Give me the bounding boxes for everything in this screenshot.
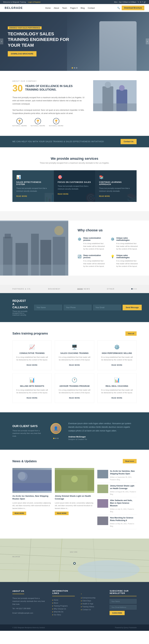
programs-view-all-button[interactable]: View all bbox=[125, 332, 136, 336]
programs-section: Sales training programs View all 📈 Consu… bbox=[0, 322, 149, 412]
news-image-2 bbox=[55, 468, 94, 493]
why-section: Why choose us ⚙️ Deep customization proc… bbox=[0, 211, 149, 285]
news-sidebar-thumb-2 bbox=[97, 484, 108, 493]
nav-team[interactable]: Team bbox=[62, 7, 67, 9]
footer-link-what[interactable]: What We Do bbox=[52, 611, 75, 613]
program-card-1: 📈 Consultative Training It is a long est… bbox=[13, 340, 52, 370]
subscribe-button[interactable]: Subscribe bbox=[110, 611, 125, 615]
news-sidebar-info-4: How Marching for Science Risks Politiciz… bbox=[110, 516, 136, 528]
program-link-1[interactable]: Read more bbox=[27, 364, 38, 366]
footer-link-health[interactable]: Health & Yoga bbox=[81, 603, 103, 605]
footer-email-input[interactable] bbox=[110, 605, 136, 610]
callback-name-input[interactable] bbox=[34, 305, 62, 310]
nav-contact[interactable]: Contact bbox=[88, 7, 95, 9]
footer-about-title: About Us bbox=[13, 590, 24, 594]
client-logo-3: ▦▦▦ NEWS bbox=[77, 288, 90, 290]
search-button[interactable]: 🔍 bbox=[117, 7, 120, 9]
about-image bbox=[93, 80, 136, 111]
news-header: News & Updates Read more bbox=[13, 459, 136, 463]
clients-dot-3[interactable] bbox=[135, 288, 136, 290]
news-sidebar: As Arctic Ice Vanishes, New Shipping Rou… bbox=[97, 468, 136, 529]
clients-dot-2[interactable] bbox=[133, 288, 134, 290]
hero-dot-1[interactable] bbox=[72, 67, 73, 68]
svg-point-2 bbox=[105, 82, 111, 88]
footer-link-training[interactable]: Training Programs bbox=[52, 605, 75, 607]
news-read-more-button[interactable]: Read more bbox=[123, 459, 136, 463]
hero-badge: Enhance Your Sales Performance bbox=[8, 26, 42, 29]
news-sidebar-item-4: How Marching for Science Risks Politiciz… bbox=[97, 515, 136, 530]
program-card-6: 📊 Real Deal Coaching It is a long establ… bbox=[97, 373, 136, 403]
hero-section: ‹ Enhance Your Sales Performance Technol… bbox=[0, 12, 149, 71]
news-sidebar-date-1: Written on September 08, 2021, Posted in… bbox=[110, 476, 132, 480]
why-item-title-2: Unique sales methodologies bbox=[116, 237, 140, 241]
svg-rect-22 bbox=[97, 470, 108, 478]
hero-dot-2[interactable] bbox=[74, 67, 75, 68]
footer-link-about[interactable]: About bbox=[52, 602, 75, 604]
callback-send-button[interactable]: Send Message bbox=[123, 305, 142, 310]
program-link-3[interactable]: Read more bbox=[111, 364, 122, 366]
service-link-3[interactable]: Read More bbox=[99, 196, 110, 197]
hero-content: Enhance Your Sales Performance Technolog… bbox=[0, 17, 78, 66]
footer-link-entrepreneurship[interactable]: Entrepreneurship bbox=[81, 597, 103, 599]
client-logo-4: OTHER bbox=[107, 288, 114, 290]
svg-point-18 bbox=[18, 472, 26, 480]
service-link-2[interactable]: Read More bbox=[58, 193, 69, 195]
footer-about-col: About Us These text promptly escaped fro… bbox=[13, 590, 46, 617]
about-desc-1: These text promptly escaped from a maxim… bbox=[13, 96, 87, 106]
testimonial-dot-3[interactable] bbox=[57, 438, 59, 439]
award-3: 🏆 National Award bbox=[49, 118, 63, 126]
nav-about[interactable]: About bbox=[54, 7, 59, 9]
quote-author-name: Andrew McGregor bbox=[68, 436, 136, 438]
service-card-1: 📊 Sales Effectiveness System These text … bbox=[13, 170, 54, 202]
program-link-2[interactable]: Read more bbox=[69, 364, 80, 366]
news-section: News & Updates Read more As Arctic Ice V… bbox=[0, 450, 149, 538]
footer-link-why[interactable]: Why Choose Us bbox=[52, 608, 75, 610]
hero-cta-button[interactable]: Download Brochure bbox=[8, 51, 37, 56]
program-title-2: Sales Coaching Training bbox=[58, 352, 91, 354]
svg-point-14 bbox=[54, 226, 64, 235]
header: BELGRADE Home About Team Pages ▾ Blog Co… bbox=[0, 4, 149, 12]
linkedin-icon[interactable]: in bbox=[140, 1, 141, 3]
nav-home[interactable]: Home bbox=[45, 7, 51, 9]
news-card-btn-1[interactable]: Read More bbox=[13, 512, 26, 515]
twitter-icon[interactable]: 𝕏 bbox=[137, 1, 139, 3]
footer-name-input[interactable] bbox=[110, 599, 136, 604]
news-card-desc-2: Lorem ipsum dolor sit amet, consectetur … bbox=[55, 502, 94, 510]
program-title-6: Real Deal Coaching bbox=[101, 385, 133, 387]
footer-link-home[interactable]: Home bbox=[52, 599, 75, 601]
service-bg-decor-3: 📚 bbox=[126, 192, 136, 202]
footer-phone: Tel: +44 (0)17 209 8000 bbox=[13, 607, 46, 610]
facebook-icon[interactable]: f bbox=[142, 1, 143, 3]
testimonial-dot-1[interactable] bbox=[53, 438, 55, 439]
copyright-text: © 2022 Belgrade Wordpress theme by Jomto… bbox=[13, 627, 45, 628]
program-link-6[interactable]: Read more bbox=[111, 397, 122, 399]
testimonial-dot-2[interactable] bbox=[55, 438, 57, 439]
login-link[interactable]: Login & Register bbox=[28, 1, 41, 3]
client-logo-2: BRANDWAY bbox=[48, 288, 61, 290]
footer-link-contact[interactable]: Contact Us bbox=[81, 609, 103, 611]
hero-prev-button[interactable]: ‹ bbox=[0, 38, 3, 44]
google-plus-icon[interactable]: g+ bbox=[144, 1, 146, 3]
news-card-btn-2[interactable]: Read More bbox=[55, 512, 69, 515]
nav-pages[interactable]: Pages ▾ bbox=[70, 7, 77, 9]
callback-email-input[interactable] bbox=[93, 305, 121, 310]
hero-title: Technology Sales Training Engineered For… bbox=[8, 31, 70, 48]
svg-text:BELGRADE: BELGRADE bbox=[13, 556, 20, 558]
footer-newsletter-form: Subscribe bbox=[110, 599, 136, 615]
program-link-5[interactable]: Read more bbox=[69, 397, 80, 399]
footer-link-videos[interactable]: Training Videos bbox=[81, 606, 103, 608]
callback-phone-input[interactable] bbox=[64, 305, 92, 310]
service-link-1[interactable]: Read More bbox=[16, 196, 27, 197]
header-download-button[interactable]: Download Brochure bbox=[122, 6, 144, 10]
footer-link-client-days[interactable]: Client Days bbox=[81, 600, 103, 602]
banner-contact-button[interactable]: Contact Us bbox=[121, 139, 136, 144]
program-link-4[interactable]: Read more bbox=[27, 397, 38, 399]
footer-link-story[interactable]: Our Story bbox=[52, 614, 75, 616]
clients-dot-1[interactable] bbox=[131, 288, 132, 290]
hero-next-button[interactable]: › bbox=[146, 38, 149, 44]
nav-blog[interactable]: Blog bbox=[81, 7, 85, 9]
footer-links-title: Information Links bbox=[52, 590, 75, 596]
program-desc-2: It is a long established fact that reade… bbox=[58, 356, 91, 361]
hero-dot-3[interactable] bbox=[76, 67, 77, 68]
programs-title: Sales training programs bbox=[13, 332, 48, 335]
